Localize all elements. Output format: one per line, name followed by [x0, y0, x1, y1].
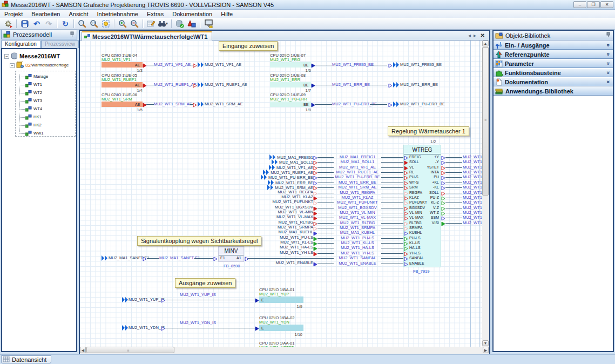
zoom-in-button[interactable] [117, 18, 129, 29]
connection-line [370, 85, 387, 85]
menu-bearbeiten[interactable]: Bearbeiten [27, 11, 64, 17]
objects-3d-button[interactable] [186, 18, 198, 29]
minv-input-pin-label: E1 [220, 256, 225, 260]
tree-expand-root[interactable]: − [4, 54, 9, 59]
grid-icon [3, 356, 10, 362]
tree-item-hk1[interactable]: HK1 [33, 115, 42, 119]
tab-close-icon[interactable]: ✕ [481, 32, 485, 38]
connection-line [317, 243, 334, 244]
zoom-fit-button[interactable] [100, 18, 112, 29]
wtreg-input-mid-label: MU2_WT1_BGXSDV [334, 206, 381, 210]
tab-scroll-right-icon[interactable]: ▸ [474, 32, 476, 38]
library-section-referenzpunkte[interactable]: Referenzpunkte» [494, 50, 613, 59]
tree-item-hk2[interactable]: HK2 [33, 123, 42, 127]
chevron-expand-icon[interactable]: » [606, 62, 612, 65]
wtreg-output-label: MU2_WT1 [463, 180, 482, 185]
close-button[interactable]: ✕ [600, 1, 613, 8]
io-pin-arrow-icon [143, 83, 147, 89]
wtreg-input-mid-label: MU2_WT1_PUFUNKT [334, 200, 381, 205]
tree-folder-label[interactable]: Wärmetauscherfolge [31, 63, 69, 68]
io-pin-arrow-icon [143, 63, 147, 69]
connection-line [317, 203, 334, 203]
wtreg-source-arrow-icon [313, 251, 317, 258]
monitor-network-button[interactable] [202, 18, 214, 29]
wtreg-source-label: MU2_MA1_KUEHL [278, 230, 313, 234]
chevron-expand-icon[interactable]: » [606, 71, 612, 75]
tab-konfiguration[interactable]: Konfiguration [1, 40, 40, 48]
chevron-expand-icon[interactable]: » [606, 44, 612, 47]
process-gear-button[interactable] [2, 18, 14, 29]
wtreg-input-mid-label: MU2_WT1_REGPA [334, 191, 381, 195]
refresh-button[interactable]: ↻ [59, 18, 71, 29]
connection-line [194, 258, 213, 259]
tree-item-manage[interactable]: Manage [33, 75, 48, 79]
tree-expand-folder[interactable]: − [10, 63, 15, 68]
wtreg-input-mid-label: MU2_WT1_VF1_AE [334, 165, 381, 170]
block-icon [25, 82, 32, 89]
wtreg-source-group: MU2_WT1_KLAZ [242, 195, 313, 199]
io-output-bar[interactable] [259, 325, 303, 331]
menu-dokumentation[interactable]: Dokumentation [168, 11, 217, 17]
redo-button[interactable]: ↷ [43, 18, 55, 29]
wtreg-input-pin-label: PU-LS [409, 236, 421, 240]
io-pin-label: BE [303, 63, 308, 68]
tab-scroll-left-icon[interactable]: ◂ [468, 32, 471, 38]
binoculars-dropdown-button[interactable]: ▼ [157, 18, 169, 29]
library-section-parameter[interactable]: Parameter» [494, 59, 613, 68]
horizontal-scrollbar[interactable]: ◀ ≡ ▶ [80, 347, 489, 354]
menu-inbetriebnahme[interactable]: Inbetriebnahme [93, 11, 143, 17]
pin-icon[interactable] [606, 32, 611, 39]
vertical-scrollbar[interactable]: ▲ ≡ ▼ [482, 41, 489, 347]
io-block-signal-label: MU2_WT1_RUEF1 [102, 78, 137, 82]
wtreg-source-group: MU2_WT1_VL-MIN [242, 210, 313, 214]
menu-projekt[interactable]: Projekt [0, 11, 27, 17]
menu-ansicht[interactable]: Ansicht [64, 11, 92, 17]
connection-line [381, 193, 403, 193]
io-pin-label: E [261, 326, 264, 331]
wtreg-source-group: MU2_MA1_KUEHL [242, 230, 313, 234]
tree-root-label[interactable]: Messe2016WT [19, 54, 60, 58]
library-section-anwendungs-bibliothek[interactable]: Anwendungs-Bibliothek [494, 86, 613, 96]
menu-extras[interactable]: Extras [143, 11, 168, 17]
tree-item-wt1[interactable]: WT1 [33, 83, 42, 87]
tree-item-ww1[interactable]: WW1 [33, 131, 43, 136]
database-check-button[interactable] [174, 18, 186, 29]
wtreg-fb-number: FB_7919 [413, 269, 429, 274]
wtreg-source-label: MU2_WT1_YH-LS [280, 251, 313, 255]
io-channel-number: 1/10 [286, 333, 302, 337]
connection-line [370, 65, 387, 65]
block-icon [25, 90, 32, 97]
tree-item-wt4[interactable]: WT4 [33, 107, 42, 111]
wtreg-output-pin-arrow-icon [441, 221, 445, 227]
library-section-ein-ausgänge[interactable]: Ein- / Ausgänge» [494, 41, 613, 50]
folder-icon [16, 62, 24, 69]
tree-item-wt3[interactable]: WT3 [33, 99, 42, 103]
zoom-out-button[interactable] [129, 18, 140, 29]
maximize-button[interactable]: ❐ [587, 1, 600, 8]
output-mid-label: MU2_WT1_YDN_IS [180, 321, 215, 325]
section-label: Funktionsbausteine [505, 70, 607, 76]
minimize-button[interactable]: – [573, 1, 586, 8]
chevron-expand-icon[interactable]: » [606, 53, 612, 56]
diagram-canvas[interactable]: Eingänge zuweisenRegelung Wärmetauscher … [80, 41, 482, 347]
library-section-funktionsbausteine[interactable]: Funktionsbausteine» [494, 68, 613, 77]
chevron-expand-icon[interactable]: » [606, 80, 612, 84]
tree-item-wt2[interactable]: WT2 [33, 91, 42, 95]
io-output-bar[interactable] [259, 296, 303, 303]
reference-mid-label: MU2_WT1_ERR_BE [332, 83, 370, 87]
save-button[interactable] [19, 18, 31, 29]
connection-line [317, 264, 334, 264]
grid-edit-button[interactable] [145, 18, 157, 29]
data-view-tab[interactable]: Datenansicht [1, 355, 51, 363]
tab-prozessview[interactable]: Prozessview [41, 40, 79, 48]
zoom-100-button[interactable]: 1:1 [88, 18, 100, 29]
undo-button[interactable]: ↶ [31, 18, 43, 29]
zoom-button[interactable] [76, 18, 88, 29]
library-section-dokumentation[interactable]: Dokumentation» [494, 77, 613, 86]
block-icon [25, 123, 32, 129]
document-tab[interactable]: Messe2016WT\Wärmetauscherfolge\WT1 [82, 31, 212, 41]
connection-line [165, 300, 255, 300]
menu-hilfe[interactable]: Hilfe [217, 11, 237, 17]
pin-icon[interactable] [70, 31, 75, 38]
output-source-label: MU2_WT1_YUP_IS [129, 298, 160, 302]
